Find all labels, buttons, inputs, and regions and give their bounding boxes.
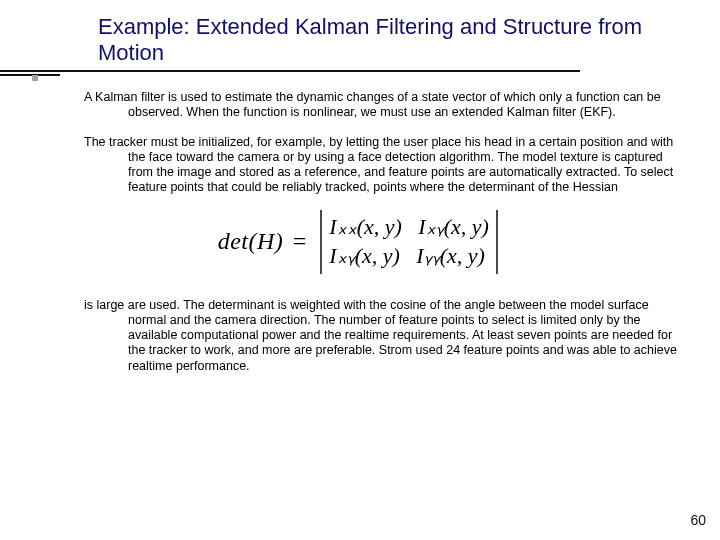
paragraph-1: A Kalman filter is used to estimate the … [40,90,680,121]
slide: Example: Extended Kalman Filtering and S… [0,0,720,540]
body-text: A Kalman filter is used to estimate the … [40,90,680,388]
rule-long [0,70,580,72]
m22: Iᵧᵧ(x, y) [416,243,485,268]
title-underline [0,70,580,76]
rule-short [0,74,60,76]
bullet-accent [32,75,38,81]
left-bar [320,210,322,274]
m21: Iₓᵧ(x, y) [329,243,400,268]
hessian-formula: det(H) = Iₓₓ(x, y) Iₓᵧ(x, y) Iₓᵧ(x, y) I… [40,210,680,274]
right-bar [496,210,498,274]
paragraph-2: The tracker must be initialized, for exa… [40,135,680,196]
page-number: 60 [690,512,706,528]
m12: Iₓᵧ(x, y) [418,214,489,239]
equals-sign: = [293,228,307,254]
m11: Iₓₓ(x, y) [329,214,402,239]
paragraph-3: is large are used. The determinant is we… [40,298,680,374]
slide-title: Example: Extended Kalman Filtering and S… [98,14,660,72]
det-label: det(H) [218,228,284,254]
title-area: Example: Extended Kalman Filtering and S… [98,14,660,72]
matrix: Iₓₓ(x, y) Iₓᵧ(x, y) Iₓᵧ(x, y) Iᵧᵧ(x, y) [329,213,489,270]
